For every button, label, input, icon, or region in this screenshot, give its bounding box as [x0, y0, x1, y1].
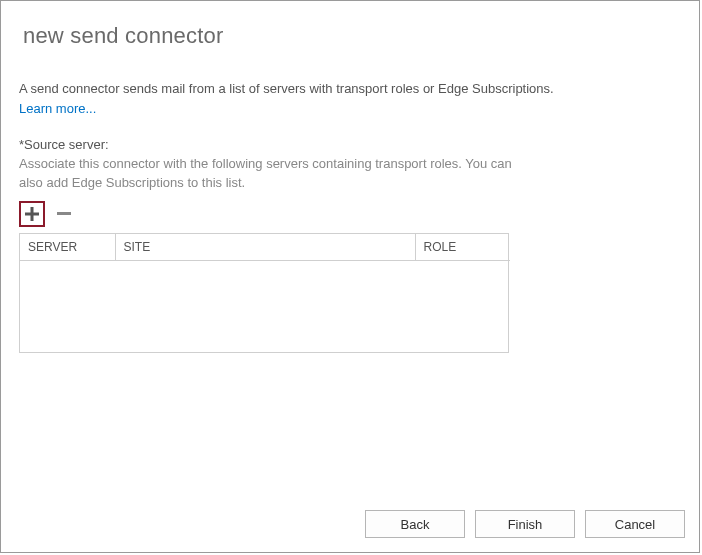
minus-icon	[57, 212, 71, 215]
source-server-help: Associate this connector with the follow…	[19, 154, 539, 193]
finish-button[interactable]: Finish	[475, 510, 575, 538]
source-server-table: SERVER SITE ROLE	[19, 233, 509, 353]
table-header-row: SERVER SITE ROLE	[20, 234, 510, 261]
plus-icon	[24, 206, 40, 222]
page-title: new send connector	[23, 23, 681, 49]
col-header-site[interactable]: SITE	[115, 234, 415, 261]
back-button[interactable]: Back	[365, 510, 465, 538]
cancel-button[interactable]: Cancel	[585, 510, 685, 538]
wizard-window: new send connector A send connector send…	[0, 0, 700, 553]
server-table: SERVER SITE ROLE	[20, 234, 510, 261]
content-area: new send connector A send connector send…	[1, 1, 699, 353]
wizard-footer: Back Finish Cancel	[365, 510, 685, 538]
source-server-label: *Source server:	[19, 137, 681, 152]
add-server-button[interactable]	[19, 201, 45, 227]
learn-more-link[interactable]: Learn more...	[19, 101, 96, 116]
intro-text: A send connector sends mail from a list …	[19, 79, 681, 99]
col-header-server[interactable]: SERVER	[20, 234, 115, 261]
remove-server-button[interactable]	[53, 203, 75, 225]
col-header-role[interactable]: ROLE	[415, 234, 510, 261]
source-server-toolbar	[19, 201, 681, 227]
svg-rect-1	[25, 212, 39, 215]
